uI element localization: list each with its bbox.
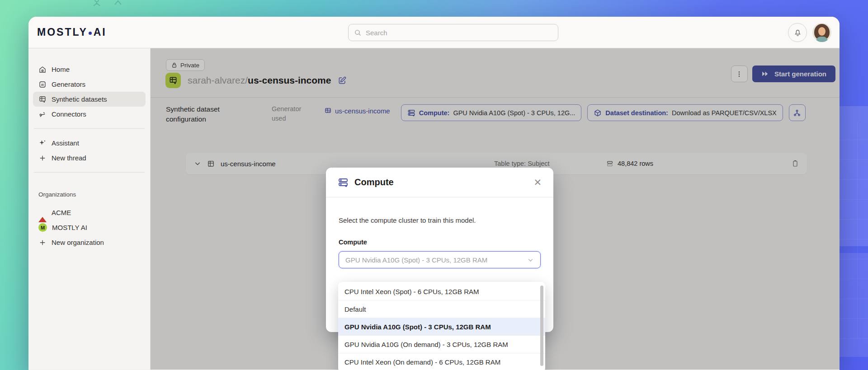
chevron-down-icon	[527, 257, 534, 263]
svg-text:AI: AI	[41, 83, 44, 86]
synthetic-datasets-icon	[38, 95, 47, 103]
sidebar-item-label: New organization	[52, 239, 104, 246]
generators-icon: AI	[38, 80, 47, 89]
search-icon	[354, 29, 362, 37]
compute-select[interactable]: GPU Nvidia A10G (Spot) - 3 CPUs, 12GB RA…	[339, 251, 541, 268]
avatar-face	[818, 27, 826, 36]
compute-field-label: Compute	[339, 239, 541, 246]
logo-text-right: AI	[94, 26, 107, 38]
home-icon	[38, 66, 47, 74]
mostly-ai-logo: MOSTLY AI	[37, 26, 107, 38]
bell-icon	[793, 28, 802, 37]
sidebar-item-new-organization[interactable]: New organization	[33, 235, 146, 250]
dropdown-option[interactable]: CPU Intel Xeon (Spot) - 6 CPUs, 12GB RAM	[338, 283, 545, 300]
dropdown-option[interactable]: Default	[338, 300, 545, 318]
sidebar-item-label: New thread	[52, 154, 86, 162]
plus-icon	[38, 239, 47, 247]
notifications-button[interactable]	[788, 23, 807, 42]
search-input[interactable]	[366, 29, 552, 37]
sidebar-item-label: Home	[52, 66, 70, 73]
close-icon[interactable]: ✕	[533, 178, 542, 187]
sidebar-item-new-thread[interactable]: New thread	[33, 150, 146, 165]
sidebar-item-connectors[interactable]: Connectors	[33, 107, 146, 122]
sidebar-item-org-mostly-ai[interactable]: M MOSTLY AI	[33, 220, 146, 235]
sidebar-item-synthetic-datasets[interactable]: Synthetic datasets	[33, 92, 146, 107]
logo-dot-icon	[89, 32, 92, 35]
plus-icon	[38, 154, 47, 162]
global-search[interactable]	[348, 24, 558, 41]
modal-description: Select the compute cluster to train this…	[339, 216, 541, 224]
sidebar-divider	[34, 172, 145, 173]
assistant-sparkle-icon	[38, 139, 47, 147]
sidebar-item-assistant[interactable]: Assistant	[33, 136, 146, 150]
sidebar-item-generators[interactable]: AI Generators	[33, 77, 146, 92]
dropdown-option[interactable]: CPU Intel Xeon (On demand) - 6 CPUs, 12G…	[338, 353, 545, 370]
sidebar-item-label: Connectors	[52, 110, 86, 118]
sidebar-divider	[34, 128, 145, 129]
user-avatar[interactable]	[812, 23, 831, 42]
compute-select-value: GPU Nvidia A10G (Spot) - 3 CPUs, 12GB RA…	[345, 256, 487, 264]
avatar-shoulders	[816, 37, 828, 42]
acme-logo-icon	[38, 209, 47, 216]
modal-title: Compute	[354, 177, 394, 187]
sidebar-item-label: MOSTLY AI	[52, 224, 87, 231]
dropdown-option-selected[interactable]: GPU Nvidia A10G (Spot) - 3 CPUs, 12GB RA…	[338, 318, 545, 336]
sidebar: Home AI Generators Synthetic datasets Co…	[28, 48, 151, 370]
sidebar-item-label: Assistant	[52, 139, 79, 147]
sidebar-item-home[interactable]: Home	[33, 62, 146, 77]
dropdown-option[interactable]: GPU Nvidia A10G (On demand) - 3 CPUs, 12…	[338, 336, 545, 353]
sidebar-item-label: Generators	[52, 80, 85, 88]
connectors-icon	[38, 110, 47, 118]
compute-options-dropdown: CPU Intel Xeon (Spot) - 6 CPUs, 12GB RAM…	[338, 282, 545, 370]
logo-text-left: MOSTLY	[37, 26, 88, 38]
sidebar-item-org-acme[interactable]: ACME	[33, 205, 146, 220]
background-glyphs	[76, 0, 130, 11]
sidebar-item-label: Synthetic datasets	[52, 95, 107, 103]
compute-server-icon	[338, 177, 349, 188]
dropdown-scrollbar[interactable]	[540, 286, 543, 366]
mostly-ai-org-icon: M	[38, 223, 47, 232]
sidebar-item-label: ACME	[52, 209, 71, 216]
organizations-section-label: Organizations	[33, 179, 146, 205]
top-bar: MOSTLY AI	[28, 17, 840, 48]
